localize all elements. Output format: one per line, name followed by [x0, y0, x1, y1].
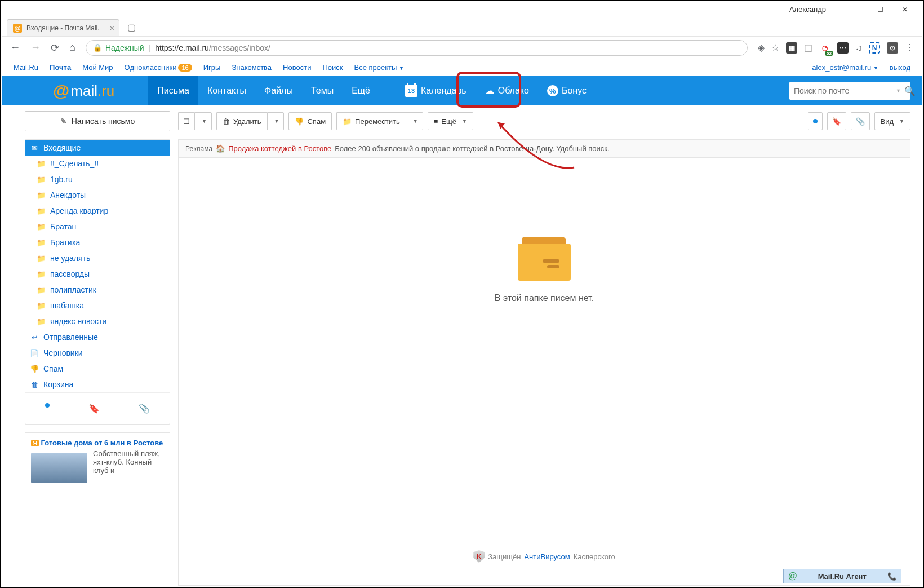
address-bar[interactable]: 🔒 Надежный | https://e.mail.ru/messages/… [86, 40, 748, 56]
attachment-filter-icon[interactable]: 📎 [139, 403, 150, 414]
select-dropdown[interactable]: ▼ [194, 112, 212, 130]
folder-label: 1gb.ru [50, 175, 73, 184]
move-dropdown[interactable]: ▼ [406, 112, 423, 130]
portal-link-mailru[interactable]: Mail.Ru [14, 63, 38, 72]
window-maximize-button[interactable]: ☐ [868, 2, 892, 16]
ad-link[interactable]: Продажа коттеджей в Ростове [228, 144, 331, 153]
unread-filter-icon[interactable] [45, 403, 50, 408]
nav-themes[interactable]: Темы [302, 76, 343, 105]
mailru-logo[interactable]: @mail.ru [53, 81, 114, 100]
nav-letters[interactable]: Письма [148, 76, 198, 105]
folder-item[interactable]: 📁пассворды [25, 266, 170, 282]
search-dropdown-icon[interactable]: ▼ [896, 88, 901, 94]
folder-item[interactable]: 📁Братан [25, 219, 170, 235]
folder-item[interactable]: 📁шабашка [25, 298, 170, 313]
portal-link-projects[interactable]: Все проекты ▼ [354, 63, 403, 72]
content-area: ☐ ▼ 🗑Удалить ▼ 👎Спам 📁Переместить ▼ ≡Ещё… [178, 111, 910, 586]
flagged-filter-icon[interactable]: 🔖 [88, 403, 100, 414]
ext-icon-2[interactable]: ◫ [804, 42, 812, 53]
folder-item[interactable]: 📁полипластик [25, 282, 170, 298]
folder-item[interactable]: ↩Отправленные [25, 329, 170, 345]
folder-item[interactable]: 📁Братиха [25, 235, 170, 250]
antivirus-bar: Защищён АнтиВирусом Касперского [179, 550, 910, 563]
folder-item[interactable]: 📄Черновики [25, 345, 170, 361]
ad-icon: Я [31, 440, 39, 446]
logout-link[interactable]: выход [890, 63, 910, 72]
delete-button[interactable]: 🗑Удалить [216, 112, 267, 130]
os-user: Александр [789, 5, 826, 14]
folder-item[interactable]: 📁яндекс новости [25, 313, 170, 329]
compose-button[interactable]: ✎ Написать письмо [25, 111, 170, 131]
extension-icons: ◈ ☆ ▦ ◫ ◔52 ⋯ ♫ N ⊙ ⋮ [758, 42, 914, 54]
folder-item[interactable]: 📁не удалять [25, 250, 170, 266]
new-tab-button[interactable]: ▢ [124, 19, 139, 36]
nav-more[interactable]: Ещё [343, 76, 379, 105]
trash-icon: 🗑 [223, 117, 230, 126]
ext-icon-6[interactable]: N [869, 42, 880, 54]
browser-toolbar: ← → ⟳ ⌂ 🔒 Надежный | https://e.mail.ru/m… [2, 37, 922, 59]
mail-toolbar: ☐ ▼ 🗑Удалить ▼ 👎Спам 📁Переместить ▼ ≡Ещё… [178, 111, 910, 131]
portal-link-ok[interactable]: Одноклассники16 [125, 63, 192, 72]
window-close-button[interactable]: ✕ [892, 2, 917, 16]
portal-link-search[interactable]: Поиск [322, 63, 343, 72]
ext-icon-4[interactable]: ⋯ [837, 42, 849, 54]
user-email[interactable]: alex_ostr@mail.ru ▼ [812, 63, 878, 72]
unread-toggle[interactable] [808, 112, 823, 130]
folder-item[interactable]: 📁1gb.ru [25, 171, 170, 187]
select-all-checkbox[interactable]: ☐ [178, 112, 194, 130]
view-button[interactable]: Вид▼ [874, 112, 910, 130]
phone-icon[interactable]: 📞 [887, 572, 896, 581]
sidebar-ad[interactable]: Я Готовые дома от 6 млн в Ростове Собств… [25, 432, 170, 489]
folder-icon: 📁 [37, 207, 46, 215]
ext-icon-5[interactable]: ♫ [855, 43, 862, 53]
folder-item[interactable]: 🗑Корзина [25, 377, 170, 392]
menu-icon[interactable]: ⋮ [905, 42, 914, 53]
portal-link-dating[interactable]: Знакомства [232, 63, 272, 72]
eye-icon[interactable]: ◈ [758, 42, 765, 53]
attach-toggle[interactable]: 📎 [851, 112, 870, 130]
search-input[interactable] [794, 86, 892, 95]
folder-item[interactable]: 👎Спам [25, 361, 170, 377]
reload-button[interactable]: ⟳ [51, 42, 59, 54]
nav-bonus[interactable]: %Бонус [538, 76, 596, 105]
forward-button[interactable]: → [30, 42, 41, 54]
mailru-agent-bar[interactable]: @ Mail.Ru Агент 📞 [783, 569, 901, 583]
nav-contacts[interactable]: Контакты [198, 76, 255, 105]
antivirus-link[interactable]: АнтиВирусом [524, 552, 570, 561]
top-ad-bar[interactable]: Реклама 🏠 Продажа коттеджей в Ростове Бо… [178, 139, 910, 158]
nav-files[interactable]: Файлы [255, 76, 302, 105]
ext-icon-7[interactable]: ⊙ [887, 42, 898, 54]
portal-link-news[interactable]: Новости [283, 63, 311, 72]
folder-item[interactable]: 📁Анекдоты [25, 187, 170, 203]
spam-button[interactable]: 👎Спам [288, 112, 332, 130]
portal-link-games[interactable]: Игры [203, 63, 221, 72]
empty-text: В этой папке писем нет. [495, 293, 594, 303]
portal-link-mymir[interactable]: Мой Мир [82, 63, 113, 72]
home-button[interactable]: ⌂ [69, 42, 75, 54]
window-minimize-button[interactable]: ─ [843, 2, 868, 16]
more-button[interactable]: ≡Ещё▼ [428, 112, 473, 130]
portal-link-mail[interactable]: Почта [50, 63, 71, 72]
back-button[interactable]: ← [10, 42, 20, 54]
folder-item[interactable]: ✉Входящие [25, 140, 170, 156]
star-icon[interactable]: ☆ [771, 42, 779, 53]
delete-dropdown[interactable]: ▼ [267, 112, 285, 130]
flag-toggle[interactable]: 🔖 [827, 112, 846, 130]
folder-item[interactable]: 📁Аренда квартир [25, 203, 170, 219]
agent-at-icon: @ [788, 571, 797, 581]
folder-label: Спам [43, 364, 63, 373]
folder-label: Входящие [43, 143, 81, 152]
nav-cloud[interactable]: ☁Облако [476, 76, 538, 105]
app-header: @mail.ru Письма Контакты Файлы Темы Ещё … [2, 76, 922, 105]
tab-close-icon[interactable]: × [110, 24, 114, 33]
mail-search[interactable]: ▼ 🔍 [789, 82, 910, 100]
browser-tab[interactable]: @ Входящие - Почта Mail. × [7, 19, 119, 36]
calendar-icon: 13 [405, 85, 417, 97]
move-button[interactable]: 📁Переместить [336, 112, 406, 130]
nav-calendar[interactable]: 13Календарь [396, 76, 476, 105]
ext-icon-1[interactable]: ▦ [786, 42, 797, 54]
folder-item[interactable]: 📁!!_Сделать_!! [25, 156, 170, 171]
search-icon[interactable]: 🔍 [904, 86, 916, 96]
ext-icon-3[interactable]: ◔52 [819, 42, 830, 54]
favicon-icon: @ [13, 24, 22, 33]
